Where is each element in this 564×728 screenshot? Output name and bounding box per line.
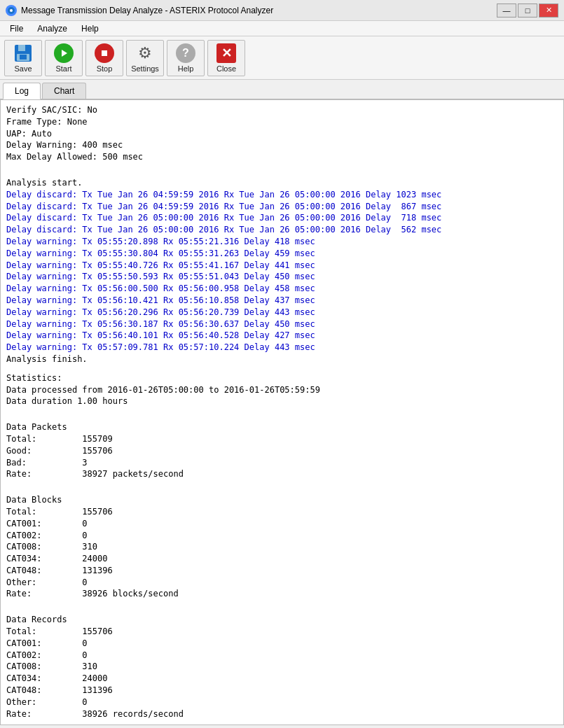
log-gap xyxy=(6,607,558,614)
title-bar: Message Transmission Delay Analyze - AST… xyxy=(0,0,564,21)
log-line: CAT034: 24000 xyxy=(6,673,558,685)
log-line: Max Delay Allowed: 500 msec xyxy=(6,151,558,163)
log-line: Delay warning: Tx 05:56:00.500 Rx 05:56:… xyxy=(6,283,558,295)
log-line: Other: 0 xyxy=(6,577,558,589)
log-line: Data Records xyxy=(6,614,558,626)
log-line: Delay warning: Tx 05:56:20.296 Rx 05:56:… xyxy=(6,307,558,318)
minimize-button[interactable]: ― xyxy=(497,4,516,18)
save-label: Save xyxy=(14,64,32,73)
window-close-button[interactable]: ✕ xyxy=(539,4,558,18)
help-button[interactable]: ? Help xyxy=(167,40,205,76)
window-title: Message Transmission Delay Analyze - AST… xyxy=(21,6,273,15)
start-label: Start xyxy=(55,64,71,73)
log-line: Total: 155709 xyxy=(6,433,558,445)
log-line: Delay warning: Tx 05:56:30.187 Rx 05:56:… xyxy=(6,318,558,330)
log-line: Delay discard: Tx Tue Jan 26 05:00:00 20… xyxy=(6,224,558,236)
log-line: Verify SAC/SIC: No xyxy=(6,104,558,116)
log-line: Delay discard: Tx Tue Jan 26 04:59:59 20… xyxy=(6,201,558,213)
svg-rect-3 xyxy=(18,45,25,51)
settings-icon: ⚙ xyxy=(135,43,155,63)
log-gap xyxy=(6,487,558,494)
settings-button[interactable]: ⚙ Settings xyxy=(126,40,164,76)
log-line: UAP: Auto xyxy=(6,128,558,140)
close-label: Close xyxy=(216,64,236,73)
stop-label: Stop xyxy=(97,64,113,73)
toolbar: Save Start Stop ⚙ Settings ? Help ✕ Clos… xyxy=(0,36,564,80)
log-line: Total: 155706 xyxy=(6,626,558,638)
tab-log[interactable]: Log xyxy=(3,83,41,99)
log-line: Rate: 38927 packets/second xyxy=(6,468,558,480)
svg-marker-6 xyxy=(62,50,67,57)
log-line: Data Packets xyxy=(6,421,558,433)
log-line: Delay warning: Tx 05:55:20.898 Rx 05:55:… xyxy=(6,236,558,248)
log-gap xyxy=(6,720,558,725)
log-line: Analysis finish. xyxy=(6,354,558,365)
log-line: Data processed from 2016-01-26T05:00:00 … xyxy=(6,384,558,396)
app-icon xyxy=(6,5,17,16)
log-line: Statistics: xyxy=(6,372,558,384)
log-gap xyxy=(6,600,558,607)
log-gap xyxy=(6,480,558,487)
log-line: Delay discard: Tx Tue Jan 26 05:00:00 20… xyxy=(6,212,558,224)
save-button[interactable]: Save xyxy=(4,40,42,76)
maximize-button[interactable]: □ xyxy=(518,4,537,18)
log-line: CAT001: 0 xyxy=(6,638,558,650)
log-line: Delay warning: Tx 05:55:50.593 Rx 05:55:… xyxy=(6,271,558,283)
log-line: Rate: 38926 records/second xyxy=(6,708,558,720)
log-gap xyxy=(6,407,558,414)
svg-rect-5 xyxy=(20,55,27,59)
close-icon: ✕ xyxy=(216,43,236,63)
log-line: Analysis start. xyxy=(6,177,558,189)
log-line: CAT008: 310 xyxy=(6,541,558,553)
svg-rect-7 xyxy=(102,50,107,56)
log-line: CAT048: 131396 xyxy=(6,565,558,577)
log-line: CAT008: 310 xyxy=(6,661,558,673)
menu-analyze[interactable]: Analyze xyxy=(30,22,74,35)
svg-point-1 xyxy=(10,9,13,12)
tab-chart[interactable]: Chart xyxy=(42,83,86,99)
log-line: CAT001: 0 xyxy=(6,518,558,530)
help-icon: ? xyxy=(176,43,195,63)
start-button[interactable]: Start xyxy=(45,40,83,76)
stop-button[interactable]: Stop xyxy=(85,40,123,76)
tabs: Log Chart xyxy=(0,80,564,99)
menu-help[interactable]: Help xyxy=(74,22,106,35)
log-line: Delay Warning: 400 msec xyxy=(6,139,558,151)
log-gap xyxy=(6,163,558,170)
close-button[interactable]: ✕ Close xyxy=(207,40,245,76)
start-icon xyxy=(54,43,74,63)
menu-file[interactable]: File xyxy=(3,22,30,35)
log-line: CAT034: 24000 xyxy=(6,553,558,565)
log-gap xyxy=(6,365,558,372)
menu-bar: File Analyze Help xyxy=(0,21,564,36)
help-label: Help xyxy=(178,64,194,73)
log-line: Frame Type: None xyxy=(6,116,558,128)
log-line: CAT002: 0 xyxy=(6,650,558,662)
settings-label: Settings xyxy=(131,64,159,73)
log-line: Delay warning: Tx 05:55:40.726 Rx 05:55:… xyxy=(6,260,558,272)
stop-icon xyxy=(95,43,114,63)
log-gap xyxy=(6,414,558,421)
log-gap xyxy=(6,170,558,177)
log-line: Rate: 38926 blocks/second xyxy=(6,588,558,600)
log-content[interactable]: Verify SAC/SIC: NoFrame Type: NoneUAP: A… xyxy=(0,99,564,725)
log-line: Data duration 1.00 hours xyxy=(6,396,558,407)
log-line: Delay warning: Tx 05:56:40.101 Rx 05:56:… xyxy=(6,330,558,342)
log-line: Bad: 3 xyxy=(6,457,558,469)
log-line: Delay warning: Tx 05:55:30.804 Rx 05:55:… xyxy=(6,248,558,260)
log-line: Other: 0 xyxy=(6,696,558,708)
log-line: Total: 155706 xyxy=(6,506,558,518)
log-line: Delay warning: Tx 05:57:09.781 Rx 05:57:… xyxy=(6,342,558,354)
log-line: CAT048: 131396 xyxy=(6,685,558,696)
log-line: Data Blocks xyxy=(6,494,558,506)
log-line: CAT002: 0 xyxy=(6,530,558,542)
log-line: Delay discard: Tx Tue Jan 26 04:59:59 20… xyxy=(6,189,558,201)
log-line: Delay warning: Tx 05:56:10.421 Rx 05:56:… xyxy=(6,295,558,307)
log-line: Good: 155706 xyxy=(6,445,558,457)
save-icon xyxy=(13,43,33,63)
